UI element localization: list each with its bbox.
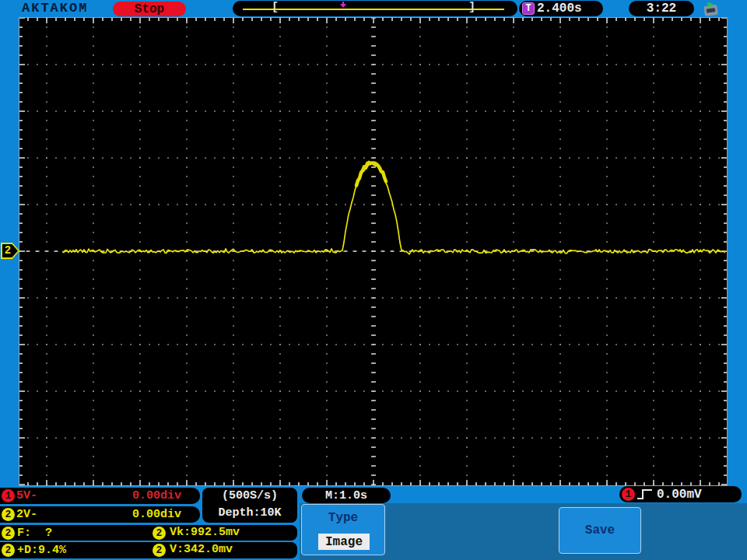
measurement-row-2: 2 +D:9.4% 2 V:342.0mv (0, 542, 297, 558)
run-state-label: Stop (135, 2, 164, 16)
channel2-readout: 2 2V- 0.00div (0, 506, 200, 523)
brand-logo: AKTAKOM (22, 1, 88, 16)
type-menu-label: Type (302, 511, 384, 525)
meas-v-badge: 2 (153, 544, 166, 557)
measurement-row-1: 2 F: ? 2 Vk:992.5mv (0, 525, 297, 541)
usb-disk-icon (700, 2, 720, 16)
marker-channel-number: 2 (3, 244, 12, 257)
rising-edge-icon (637, 488, 654, 500)
meas-duty: +D:9.4% (17, 544, 66, 557)
channel2-badge: 2 (2, 508, 15, 521)
type-menu-selected-value[interactable]: Image (318, 534, 370, 550)
clock-value: 3:22 (647, 2, 676, 16)
timebase-value: M:1.0s (325, 489, 367, 502)
meas-vk: Vk:992.5mv (170, 526, 240, 539)
channel2-position-marker[interactable]: 2 (1, 243, 19, 259)
record-length-line (243, 9, 504, 10)
trigger-time-value: 2.400s (537, 2, 582, 16)
waveform-display (19, 17, 728, 486)
sample-rate: (500S/s) (202, 488, 297, 505)
horizontal-position-bar[interactable]: [ ] (233, 1, 517, 16)
trigger-level-readout: 1 0.00mV (619, 486, 742, 502)
trigger-source-badge: 1 (622, 488, 635, 501)
meas-frequency: F: ? (17, 527, 52, 540)
window-bracket-left: [ (272, 2, 278, 14)
meas-vk-badge: 2 (153, 527, 166, 540)
save-button[interactable]: Save (559, 507, 641, 554)
save-button-label: Save (585, 523, 615, 537)
meas-v: V:342.0mv (170, 543, 233, 556)
oscilloscope-screen: AKTAKOM Stop [ ] T 2.400s 3:22 2 1 5V- (0, 0, 747, 560)
trigger-time-readout: T 2.400s (519, 1, 603, 16)
acquisition-readout: (500S/s) Depth:10K (202, 488, 297, 523)
channel1-readout: 1 5V- 0.00div (0, 488, 200, 504)
channel1-badge: 1 (2, 489, 15, 502)
channel1-scale: 5V- (16, 489, 37, 502)
timebase-readout: M:1.0s (302, 488, 391, 503)
meas-duty-badge: 2 (2, 544, 15, 557)
meas-freq-badge: 2 (2, 527, 15, 540)
clock: 3:22 (629, 1, 694, 16)
type-menu[interactable]: Type Image (301, 504, 385, 555)
channel2-offset: 0.00div (132, 508, 181, 521)
trigger-t-icon: T (522, 2, 535, 15)
channel1-offset: 0.00div (132, 489, 181, 502)
memory-depth: Depth:10K (202, 505, 297, 522)
trigger-position-marker-icon (339, 2, 347, 9)
run-state-indicator: Stop (113, 2, 186, 16)
window-bracket-right: ] (468, 2, 475, 14)
channel2-scale: 2V- (16, 508, 37, 521)
trigger-level-value: 0.00mV (657, 488, 702, 502)
graticule (19, 17, 728, 486)
